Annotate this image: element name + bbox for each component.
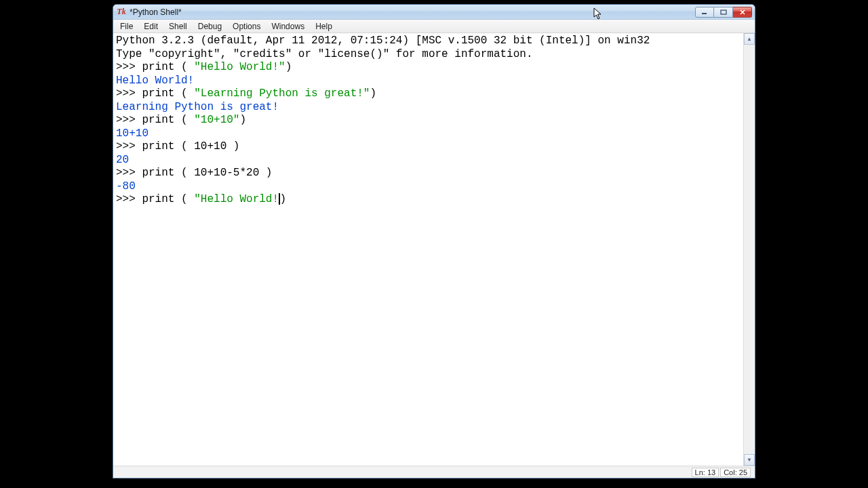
content-area: Python 3.2.3 (default, Apr 11 2012, 07:1… <box>113 33 755 466</box>
vertical-scrollbar[interactable]: ▲ ▼ <box>743 33 755 466</box>
menu-help[interactable]: Help <box>310 20 338 33</box>
maximize-button[interactable] <box>714 7 733 18</box>
menu-debug[interactable]: Debug <box>193 20 227 33</box>
statusbar: Ln: 13 Col: 25 <box>113 466 755 478</box>
svg-rect-1 <box>721 10 726 14</box>
menu-edit[interactable]: Edit <box>138 20 163 33</box>
menu-windows[interactable]: Windows <box>266 20 310 33</box>
menubar: File Edit Shell Debug Options Windows He… <box>113 20 755 33</box>
menu-options[interactable]: Options <box>227 20 266 33</box>
window-title: *Python Shell* <box>130 7 695 17</box>
scroll-up-button[interactable]: ▲ <box>744 33 755 45</box>
menu-file[interactable]: File <box>115 20 138 33</box>
status-line: Ln: 13 <box>692 468 719 477</box>
scroll-down-button[interactable]: ▼ <box>744 454 755 466</box>
window-controls <box>695 7 752 18</box>
shell-editor[interactable]: Python 3.2.3 (default, Apr 11 2012, 07:1… <box>113 33 743 466</box>
minimize-button[interactable] <box>695 7 714 18</box>
menu-shell[interactable]: Shell <box>163 20 193 33</box>
close-button[interactable] <box>733 7 752 18</box>
scroll-track[interactable] <box>744 45 755 454</box>
svg-rect-0 <box>702 13 707 14</box>
titlebar[interactable]: Tk *Python Shell* <box>113 5 755 20</box>
python-shell-window: Tk *Python Shell* File Edit Shell Debug … <box>113 4 755 479</box>
status-col: Col: 25 <box>720 468 751 477</box>
tk-icon: Tk <box>116 7 127 18</box>
